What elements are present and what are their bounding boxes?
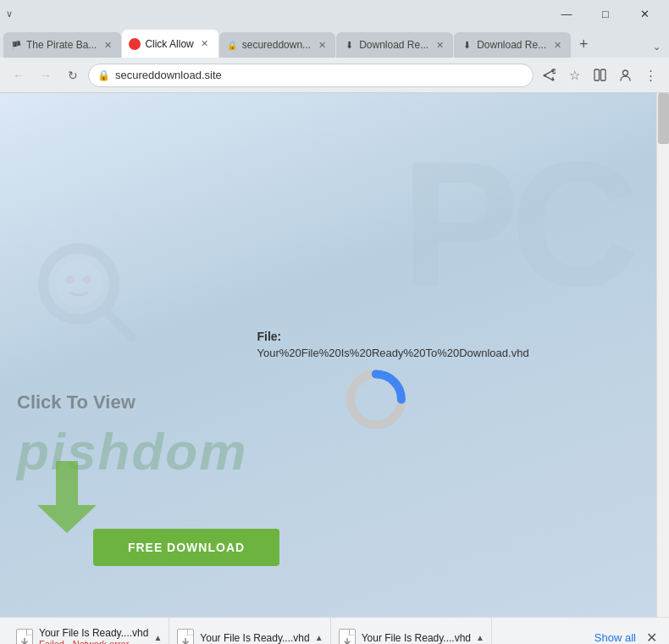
tab-4[interactable]: ⬇ Download Re... ✕	[336, 32, 453, 58]
file-info-area: File: Your%20File%20Is%20Ready%20To%20Do…	[257, 329, 495, 433]
address-text: secureddownload.site	[115, 69, 524, 81]
refresh-button[interactable]: ↻	[61, 64, 85, 87]
svg-rect-11	[56, 461, 78, 505]
dl-info-1: Your File Is Ready....vhd Failed - Netwo…	[39, 627, 148, 645]
svg-line-10	[107, 312, 132, 337]
dl-status-1: Failed - Network error	[39, 639, 148, 645]
file-name: Your%20File%20Is%20Ready%20To%20Download…	[257, 346, 495, 358]
forward-button[interactable]: →	[34, 64, 58, 87]
tab-2[interactable]: Click Allow ✕	[122, 30, 218, 58]
free-download-button[interactable]: FREE DOWNLOAD	[93, 529, 279, 566]
tab-5-close[interactable]: ✕	[550, 38, 564, 52]
dl-chevron-1[interactable]: ▲	[153, 633, 162, 642]
close-button[interactable]: ✕	[625, 0, 664, 27]
address-bar: ← → ↻ 🔒 secureddownload.site ☆ ⋮	[0, 58, 669, 93]
tab-3-label: secureddown...	[242, 39, 311, 51]
dl-filename-1: Your File Is Ready....vhd	[39, 627, 148, 639]
dl-icon-1	[15, 629, 34, 645]
tab-5-favicon: ⬇	[461, 39, 473, 51]
tab-1-close[interactable]: ✕	[101, 38, 114, 52]
dl-info-3: Your File Is Ready....vhd	[362, 632, 471, 644]
address-bar-actions: ☆ ⋮	[537, 64, 662, 87]
tab-2-label: Click Allow	[145, 38, 193, 50]
svg-point-2	[544, 74, 546, 76]
minimize-button[interactable]: —	[547, 0, 586, 27]
tab-5[interactable]: ⬇ Download Re... ✕	[454, 32, 571, 58]
download-item-3: Your File Is Ready....vhd ▲	[331, 618, 492, 644]
tab-4-favicon: ⬇	[343, 39, 355, 51]
file-label: File:	[257, 329, 282, 342]
watermark-magnifier	[32, 237, 142, 347]
lock-icon: 🔒	[97, 69, 110, 81]
bookmark-button[interactable]: ☆	[562, 64, 586, 87]
browser-area: PC pishdom Click To View File: Your%20Fi…	[0, 93, 669, 617]
dl-chevron-2[interactable]: ▲	[315, 633, 323, 642]
restore-button[interactable]: □	[586, 0, 625, 27]
svg-rect-4	[600, 69, 605, 80]
donut-spinner	[342, 365, 410, 433]
tab-4-label: Download Re...	[359, 39, 428, 51]
green-arrow	[37, 461, 97, 536]
tab-1[interactable]: 🏴 The Pirate Ba... ✕	[3, 32, 121, 58]
browser-viewport: PC pishdom Click To View File: Your%20Fi…	[0, 93, 656, 617]
tab-3-favicon: 🔒	[226, 39, 238, 51]
svg-point-6	[43, 248, 114, 319]
dl-icon-2	[176, 629, 195, 645]
dl-filename-3: Your File Is Ready....vhd	[362, 632, 471, 644]
dl-file-icon-1	[16, 629, 33, 645]
scrollbar-thumb[interactable]	[658, 93, 669, 144]
tab-bar-chevron[interactable]: ⌄	[647, 37, 666, 56]
tab-2-close[interactable]: ✕	[198, 37, 212, 51]
tab-2-favicon	[129, 38, 141, 50]
show-all-button[interactable]: Show all	[588, 631, 643, 644]
download-item-1: Your File Is Ready....vhd Failed - Netwo…	[8, 618, 169, 644]
scrollbar[interactable]	[656, 93, 669, 617]
dl-file-icon-3	[339, 629, 356, 645]
dl-icon-3	[338, 629, 357, 645]
download-item-2: Your File Is Ready....vhd ▲	[169, 618, 330, 644]
svg-point-7	[55, 260, 102, 308]
click-to-view-text: Click To View	[17, 391, 135, 414]
new-tab-button[interactable]: +	[572, 32, 595, 56]
title-bar-left: ∨	[0, 4, 547, 23]
tab-1-label: The Pirate Ba...	[26, 39, 97, 51]
dl-chevron-3[interactable]: ▲	[476, 633, 484, 642]
svg-point-5	[622, 70, 628, 75]
split-screen-button[interactable]	[588, 64, 611, 87]
share-button[interactable]	[537, 64, 561, 87]
svg-point-9	[83, 275, 91, 284]
dl-file-icon-2	[177, 629, 194, 645]
tab-bar-right: ⌄	[647, 37, 666, 56]
svg-marker-12	[37, 505, 97, 533]
tab-1-favicon: 🏴	[10, 39, 22, 51]
tab-5-label: Download Re...	[477, 39, 546, 51]
watermark-pc: PC	[401, 136, 631, 314]
dl-info-2: Your File Is Ready....vhd	[200, 632, 309, 644]
svg-rect-3	[594, 69, 600, 80]
tab-3[interactable]: 🔒 secureddown... ✕	[219, 32, 335, 58]
tab-bar: 🏴 The Pirate Ba... ✕ Click Allow ✕ 🔒 sec…	[0, 27, 669, 58]
menu-button[interactable]: ⋮	[639, 64, 662, 87]
profile-button[interactable]	[613, 64, 637, 87]
tab-collapse-button[interactable]: ∨	[0, 4, 19, 23]
back-button[interactable]: ←	[7, 64, 30, 87]
downloads-bar: Your File Is Ready....vhd Failed - Netwo…	[0, 617, 669, 644]
title-bar-controls: — □ ✕	[547, 0, 664, 27]
svg-point-0	[552, 69, 555, 72]
address-input[interactable]: 🔒 secureddownload.site	[88, 64, 534, 87]
svg-point-8	[66, 275, 75, 284]
title-bar: ∨ — □ ✕	[0, 0, 669, 27]
svg-point-1	[552, 78, 555, 80]
downloads-close-button[interactable]: ✕	[643, 630, 661, 644]
dl-filename-2: Your File Is Ready....vhd	[200, 632, 309, 644]
tab-3-close[interactable]: ✕	[315, 38, 329, 52]
tab-4-close[interactable]: ✕	[433, 38, 446, 52]
